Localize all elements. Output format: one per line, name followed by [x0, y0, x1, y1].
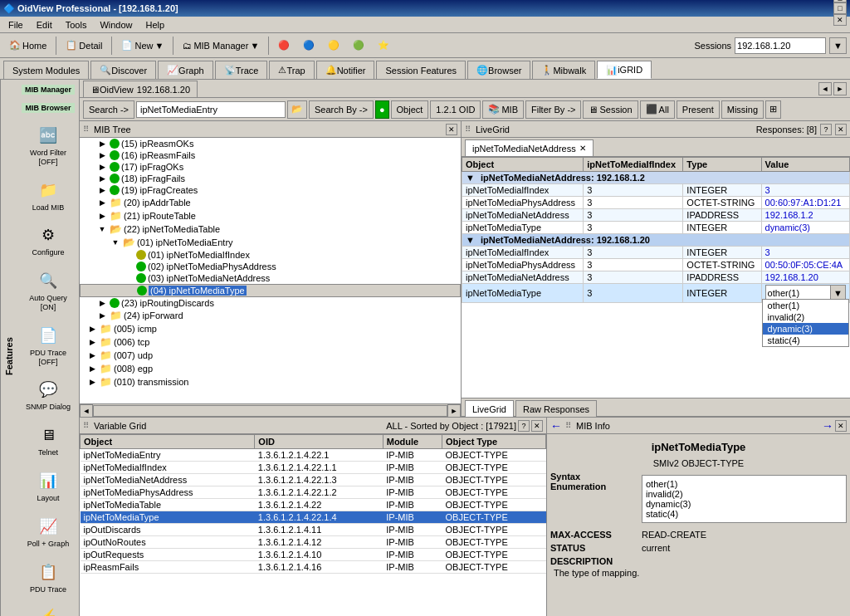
tree-item[interactable]: ▶ (15) ipReasmOKs — [80, 138, 461, 149]
var-grid-close-button[interactable]: ✕ — [531, 420, 543, 432]
livegrid-close-button[interactable]: ✕ — [835, 124, 847, 135]
present-button[interactable]: Present — [677, 100, 720, 119]
tree-toggle[interactable]: ▼ — [110, 238, 121, 247]
home-button[interactable]: 🏠 Home — [3, 36, 52, 56]
session-filter-button[interactable]: 🖥 Session — [583, 100, 638, 119]
object-type-button[interactable]: ● — [375, 100, 389, 119]
tree-toggle[interactable]: ▶ — [96, 212, 108, 220]
vg-row[interactable]: ipOutNoRoutes 1.3.6.1.2.1.4.12 IP-MIB OB… — [81, 536, 546, 549]
mib-info-nav-back[interactable]: ← — [550, 419, 562, 433]
livegrid-tab[interactable]: LiveGrid — [465, 400, 514, 417]
tab-mibwalk[interactable]: 🚶 Mibwalk — [532, 61, 595, 79]
tree-toggle[interactable]: ▶ — [86, 364, 98, 373]
tree-item-selected[interactable]: (04) ipNetToMediaType — [80, 284, 461, 297]
tree-toggle[interactable]: ▶ — [96, 139, 108, 148]
lg-cell-value-editable[interactable]: other(1) ▼ other(1) invalid(2) dynamic(3… — [761, 284, 849, 303]
tab-trap[interactable]: ⚠ Trap — [269, 61, 314, 79]
close-button[interactable]: ✕ — [833, 14, 847, 26]
tree-toggle[interactable]: ▶ — [96, 174, 108, 183]
sidebar-item-mib-manager[interactable]: MIB Manager — [19, 81, 77, 98]
lg-tab-ip-address[interactable]: ipNetToMediaNetAddress ✕ — [465, 139, 594, 156]
menu-window[interactable]: Window — [93, 18, 139, 32]
sidebar-item-auto-query[interactable]: 🔍 Auto Query[ON] — [19, 263, 77, 316]
var-grid-help-button[interactable]: ? — [518, 420, 530, 432]
tree-item[interactable]: ▶ (23) ipRoutingDiscards — [80, 297, 461, 309]
tab-session-features[interactable]: Session Features — [376, 61, 466, 79]
tree-item[interactable]: ▼ 📂 (22) ipNetToMediaTable — [80, 222, 461, 236]
section-2-collapse-icon[interactable]: ▼ — [466, 235, 475, 245]
tree-toggle[interactable]: ▶ — [86, 325, 98, 333]
object-button[interactable]: Object — [391, 100, 429, 119]
search-by-button[interactable]: Search By -> — [309, 100, 374, 119]
menu-tools[interactable]: Tools — [59, 18, 94, 32]
dropdown-option-static[interactable]: static(4) — [763, 335, 848, 346]
sidebar-item-configure[interactable]: ⚙ Configure — [19, 218, 77, 262]
search-go-button[interactable]: Search -> — [83, 100, 134, 119]
nav-forward-button[interactable]: ► — [833, 82, 847, 95]
tree-toggle[interactable]: ▶ — [96, 163, 108, 171]
toolbar-icon-3[interactable]: 🟡 — [322, 36, 345, 56]
tree-item[interactable]: ▶ 📁 (010) transmission — [80, 375, 461, 389]
tree-item[interactable]: (02) ipNetToMediaPhysAddress — [80, 261, 461, 272]
vg-row[interactable]: ipNetToMediaNetAddress 1.3.6.1.2.1.4.22.… — [81, 474, 546, 486]
sidebar-item-pdu-trace[interactable]: 📄 PDU Trace[OFF] — [19, 318, 77, 371]
vg-row[interactable]: ipReasmFails 1.3.6.1.2.1.4.16 IP-MIB OBJ… — [81, 561, 546, 574]
hscroll-left-button[interactable]: ◄ — [80, 404, 93, 418]
tree-item[interactable]: ▼ 📂 (01) ipNetToMediaEntry — [80, 236, 461, 249]
sidebar-item-trap[interactable]: ⚡ TRAP — [19, 599, 77, 616]
sidebar-item-word-filter[interactable]: 🔤 Word Filter[OFF] — [19, 118, 77, 171]
mib-manager-button[interactable]: 🗂 MIB Manager ▼ — [177, 36, 265, 56]
tab-browser[interactable]: 🌐 Browser — [467, 61, 530, 79]
sidebar-item-pdu-trace2[interactable]: 📋 PDU Trace — [19, 555, 77, 599]
tree-item[interactable]: ▶ (17) ipFragOKs — [80, 161, 461, 173]
tab-graph[interactable]: 📈 Graph — [158, 61, 213, 79]
sidebar-item-mib-browser[interactable]: MIB Browser — [19, 100, 77, 116]
toolbar-icon-1[interactable]: 🔴 — [272, 36, 296, 56]
vg-row[interactable]: ipNetToMediaIfIndex 1.3.6.1.2.1.4.22.1.1… — [81, 462, 546, 474]
vg-row[interactable]: ipNetToMediaTable 1.3.6.1.2.1.4.22 IP-MI… — [81, 499, 546, 511]
tree-toggle[interactable]: ▶ — [96, 299, 108, 307]
tree-item[interactable]: ▶ (19) ipFragCreates — [80, 184, 461, 196]
toolbar-icon-4[interactable]: 🟢 — [347, 36, 370, 56]
maximize-button[interactable]: □ — [833, 2, 847, 14]
oid-button[interactable]: 1.2.1 OID — [430, 100, 481, 119]
tree-toggle[interactable]: ▶ — [96, 311, 108, 320]
sidebar-item-load-mib[interactable]: 📁 Load MIB — [19, 173, 77, 217]
tab-notifier[interactable]: 🔔 Notifier — [316, 61, 375, 79]
menu-help[interactable]: Help — [139, 18, 172, 32]
tree-item[interactable]: ▶ (16) ipReasmFails — [80, 149, 461, 161]
tree-item[interactable]: ▶ (18) ipFragFails — [80, 173, 461, 184]
section-collapse-icon[interactable]: ▼ — [466, 173, 475, 183]
toolbar-icon-5[interactable]: ⭐ — [372, 36, 395, 56]
search-input[interactable] — [136, 101, 286, 118]
tree-toggle[interactable]: ▶ — [96, 198, 108, 207]
dropdown-option-dynamic[interactable]: dynamic(3) — [763, 323, 848, 335]
mib-info-nav-forward[interactable]: → — [822, 419, 833, 433]
vg-row[interactable]: ipNetToMediaPhysAddress 1.3.6.1.2.1.4.22… — [81, 486, 546, 499]
tab-system-modules[interactable]: System Modules — [3, 61, 89, 79]
lg-row-editable[interactable]: ipNetToMediaType 3 INTEGER other(1) ▼ — [462, 284, 850, 303]
tab-igrid[interactable]: 📊 iGRID — [597, 61, 652, 79]
sidebar-item-layout[interactable]: 📊 Layout — [19, 463, 77, 507]
menu-edit[interactable]: Edit — [30, 18, 59, 32]
tree-toggle[interactable]: ▼ — [96, 225, 108, 233]
filter-by-button[interactable]: Filter By -> — [525, 100, 581, 119]
hscroll-track[interactable] — [93, 405, 447, 417]
sidebar-item-poll-graph[interactable]: 📈 Poll + Graph — [19, 509, 77, 553]
tree-item[interactable]: (01) ipNetToMediaIfIndex — [80, 249, 461, 261]
tree-item[interactable]: (03) ipNetToMediaNetAddress — [80, 272, 461, 284]
new-button[interactable]: 📄 New ▼ — [115, 36, 169, 56]
all-button[interactable]: ⬛ All — [640, 100, 675, 119]
tree-item[interactable]: ▶ 📁 (008) egp — [80, 362, 461, 375]
mib-tree-hscrollbar[interactable]: ◄ ► — [80, 403, 461, 417]
tree-item[interactable]: ▶ 📁 (20) ipAddrTable — [80, 196, 461, 209]
dropdown-option-invalid[interactable]: invalid(2) — [763, 311, 848, 323]
livegrid-help-button[interactable]: ? — [820, 124, 832, 135]
sessions-dropdown-button[interactable]: ▼ — [829, 37, 847, 54]
hscroll-right-button[interactable]: ► — [447, 404, 461, 418]
tree-item[interactable]: ▶ 📁 (24) ipForward — [80, 309, 461, 322]
dropdown-option-other[interactable]: other(1) — [763, 300, 848, 311]
missing-button[interactable]: Missing — [721, 100, 764, 119]
raw-responses-tab[interactable]: Raw Responses — [515, 400, 597, 417]
vg-row[interactable]: ipNetToMediaEntry 1.3.6.1.2.1.4.22.1 IP-… — [81, 449, 546, 462]
